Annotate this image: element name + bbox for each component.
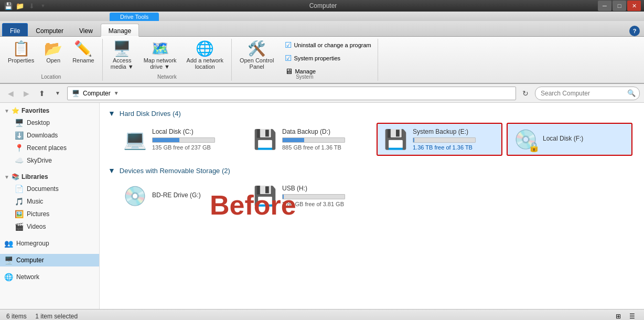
tab-computer[interactable]: Computer — [28, 23, 71, 36]
drive-f-lock-icon: 🔒 — [528, 141, 540, 153]
quick-access-folder[interactable]: 📁 — [15, 1, 25, 11]
homegroup-label: Homegroup — [16, 240, 49, 247]
ribbon-group-location: 📋 Properties 📂 Open ✏️ Rename Location — [0, 39, 103, 81]
content-pane: ▼ Hard Disk Drives (4) 💻 Local Disk (C:)… — [100, 103, 644, 309]
titlebar: 💾 📁 ⬇ ▼ Computer ─ □ ✕ — [0, 0, 644, 12]
add-network-location-button[interactable]: 🌐 Add a network location — [182, 39, 228, 72]
control-panel-icon: 🛠️ — [248, 41, 266, 56]
search-icon: 🔍 — [627, 89, 636, 97]
quick-access-down[interactable]: ⬇ — [26, 1, 37, 11]
large-icons-view-button[interactable]: ⊞ — [613, 311, 624, 321]
drive-f-icon-area: 💿 🔒 — [514, 129, 538, 151]
downloads-label: Downloads — [27, 132, 58, 139]
rename-button[interactable]: ✏️ Rename — [68, 39, 99, 66]
drive-h-info: USB (H:) 3.80 GB free of 3.81 GB — [282, 185, 366, 207]
documents-label: Documents — [27, 185, 59, 193]
drive-c-icon: 💻 — [123, 129, 147, 151]
drive-g-icon: 💿 — [123, 185, 147, 207]
desktop-label: Desktop — [27, 119, 50, 126]
drive-e-info: System Backup (E:) 1.36 TB free of 1.36 … — [413, 128, 495, 151]
maximize-button[interactable]: □ — [613, 1, 626, 11]
uninstall-icon: ☑ — [285, 40, 292, 50]
sidebar-item-documents[interactable]: 📄 Documents — [0, 183, 99, 195]
homegroup-icon: 👥 — [4, 239, 13, 248]
access-media-icon: 🖥️ — [113, 41, 131, 56]
up-button[interactable]: ⬆ — [36, 87, 48, 100]
sidebar-item-network[interactable]: 🌐 Network — [0, 271, 99, 283]
access-media-button[interactable]: 🖥️ Access media ▼ — [106, 39, 138, 72]
close-button[interactable]: ✕ — [627, 1, 641, 11]
drive-d[interactable]: 💾 Data Backup (D:) 885 GB free of 1.36 T… — [246, 123, 372, 156]
sidebar-item-recent[interactable]: 📍 Recent places — [0, 142, 99, 154]
dropdown-arrow[interactable]: ▼ — [114, 90, 119, 96]
videos-label: Videos — [27, 223, 46, 230]
drive-c-name: Local Disk (C:) — [152, 128, 235, 135]
quick-access-save[interactable]: 💾 — [3, 1, 14, 11]
drive-d-fill — [283, 138, 304, 142]
removable-section-arrow: ▼ — [108, 166, 115, 175]
search-input[interactable] — [535, 87, 640, 100]
drive-e[interactable]: 💾 System Backup (E:) 1.36 TB free of 1.3… — [377, 123, 502, 156]
sidebar-item-computer[interactable]: 🖥️ Computer — [0, 254, 99, 266]
tab-view[interactable]: View — [71, 23, 101, 36]
sidebar-item-desktop[interactable]: 🖥️ Desktop — [0, 116, 99, 129]
open-control-panel-button[interactable]: 🛠️ Open Control Panel — [235, 39, 278, 72]
libraries-expand-icon: ▼ — [4, 174, 9, 180]
tab-file[interactable]: File — [2, 23, 28, 36]
map-network-drive-button[interactable]: 🗺️ Map network drive ▼ — [139, 39, 181, 72]
tab-manage[interactable]: Manage — [101, 24, 139, 37]
sidebar-item-pictures[interactable]: 🖼️ Pictures — [0, 208, 99, 220]
drive-f-info: Local Disk (F:) — [543, 135, 625, 144]
drive-f[interactable]: 💿 🔒 Local Disk (F:) — [507, 123, 632, 156]
sidebar-item-skydrive[interactable]: ☁️ SkyDrive — [0, 154, 99, 167]
sidebar-item-homegroup[interactable]: 👥 Homegroup — [0, 237, 99, 250]
minimize-button[interactable]: ─ — [598, 1, 611, 11]
computer-icon: 🖥️ — [4, 256, 13, 264]
drive-d-info: Data Backup (D:) 885 GB free of 1.36 TB — [282, 128, 366, 151]
computer-label: Computer — [16, 257, 44, 264]
back-button[interactable]: ◀ — [4, 87, 17, 100]
favorites-star-icon: ⭐ — [12, 107, 19, 114]
network-label: Network — [16, 273, 39, 281]
drive-e-free: 1.36 TB free of 1.36 TB — [413, 144, 495, 151]
system-properties-button[interactable]: ☑ System properties — [282, 52, 374, 65]
drive-d-icon: 💾 — [253, 129, 277, 151]
sidebar-item-music[interactable]: 🎵 Music — [0, 195, 99, 208]
libraries-group[interactable]: ▼ 📚 Libraries — [0, 171, 99, 183]
drive-g[interactable]: 💿 BD-RE Drive (G:) — [116, 180, 242, 212]
drive-c[interactable]: 💻 Local Disk (C:) 135 GB free of 237 GB — [116, 123, 242, 156]
quick-access-dropdown[interactable]: ▼ — [38, 1, 48, 11]
favorites-group[interactable]: ▼ ⭐ Favorites — [0, 105, 99, 116]
sidebar-item-videos[interactable]: 🎬 Videos — [0, 220, 99, 233]
selected-count: 1 item selected — [35, 313, 78, 320]
hdd-section-label: Hard Disk Drives (4) — [120, 110, 181, 118]
pictures-icon: 🖼️ — [15, 210, 24, 218]
drive-c-icon-area: 💻 — [123, 129, 147, 151]
drive-e-icon: 💾 — [384, 129, 407, 151]
drive-h-free: 3.80 GB free of 3.81 GB — [282, 201, 366, 207]
ribbon-content: 📋 Properties 📂 Open ✏️ Rename Location 🖥… — [0, 37, 644, 84]
drive-c-fill — [153, 138, 179, 142]
uninstall-button[interactable]: ☑ Uninstall or change a program — [282, 39, 374, 51]
drive-tools-header-row: Drive Tools — [0, 12, 644, 21]
system-properties-icon: ☑ — [285, 54, 292, 63]
removable-section-header: ▼ Devices with Removable Storage (2) — [108, 166, 636, 175]
music-label: Music — [27, 198, 43, 205]
drive-h[interactable]: 💾 USB (H:) 3.80 GB free of 3.81 GB — [246, 180, 372, 212]
drive-c-bar — [152, 137, 215, 143]
details-view-button[interactable]: ☰ — [626, 311, 638, 321]
ribbon-group-system: 🛠️ Open Control Panel ☑ Uninstall or cha… — [232, 39, 378, 81]
quick-access-toolbar: 💾 📁 ⬇ ▼ — [3, 1, 48, 11]
drive-d-icon-area: 💾 — [253, 129, 277, 151]
drive-h-fill — [283, 195, 284, 199]
drive-d-free: 885 GB free of 1.36 TB — [282, 144, 366, 151]
refresh-button[interactable]: ↻ — [519, 87, 532, 100]
sidebar-item-downloads[interactable]: ⬇️ Downloads — [0, 129, 99, 142]
forward-button[interactable]: ▶ — [20, 87, 33, 100]
recent-locations-button[interactable]: ▼ — [51, 87, 64, 100]
help-button[interactable]: ? — [629, 26, 640, 36]
open-button[interactable]: 📂 Open — [39, 39, 67, 66]
view-controls: ⊞ ☰ — [613, 311, 638, 321]
rename-icon: ✏️ — [74, 41, 92, 56]
properties-button[interactable]: 📋 Properties — [3, 39, 39, 66]
